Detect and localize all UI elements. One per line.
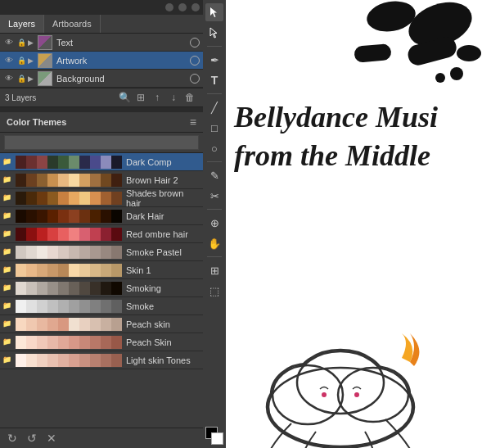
scissors-tool-btn[interactable]: ✂ <box>205 187 223 205</box>
theme-item[interactable]: 📁Skin 1 <box>0 261 203 279</box>
lock-icon-text[interactable]: 🔒 <box>17 37 25 48</box>
layer-row-text[interactable]: 👁 🔒 ▶ Text <box>0 34 203 52</box>
swatch <box>37 156 47 169</box>
move-down-icon[interactable]: ↓ <box>167 91 180 104</box>
swatch <box>58 192 69 205</box>
tool-divider-1 <box>207 46 222 47</box>
folder-icon: 📁 <box>2 175 12 185</box>
swatch <box>37 246 47 259</box>
layer-row-background[interactable]: 👁 🔒 ▶ Background <box>0 70 203 88</box>
theme-list: 📁Dark Comp📁Brown Hair 2📁Shades brown hai… <box>0 153 203 428</box>
theme-item[interactable]: 📁Smoking <box>0 279 203 297</box>
delete-layer-icon[interactable]: 🗑 <box>183 91 196 104</box>
swatch <box>111 210 122 223</box>
background-color[interactable] <box>211 432 223 445</box>
swatch <box>37 300 47 313</box>
tab-artboards[interactable]: Artboards <box>44 15 101 33</box>
swatch <box>90 156 101 169</box>
layer-name-bg: Background <box>56 74 190 84</box>
top-bar-dot-1 <box>165 3 173 11</box>
swatch <box>101 246 111 259</box>
arrow-icon-bg[interactable]: ▶ <box>28 75 36 83</box>
theme-item[interactable]: 📁Smoke <box>0 297 203 315</box>
swatch <box>79 192 90 205</box>
swatch <box>79 264 90 277</box>
theme-swatches <box>16 318 122 331</box>
eye-icon-text[interactable]: 👁 <box>3 37 15 48</box>
brush-tool-btn[interactable]: ✎ <box>205 166 223 184</box>
tool-divider-4 <box>207 209 222 210</box>
swatch <box>79 354 90 367</box>
ellipse-tool-btn[interactable]: ○ <box>205 139 223 157</box>
svg-point-19 <box>322 392 327 397</box>
pen-tool-btn[interactable]: ✒ <box>205 51 223 69</box>
theme-item[interactable]: 📁Dark Comp <box>0 153 203 171</box>
rect-tool-btn[interactable]: □ <box>205 119 223 137</box>
close-btn[interactable]: ✕ <box>44 431 59 446</box>
search-layers-icon[interactable]: 🔍 <box>118 91 131 104</box>
refresh-btn[interactable]: ↻ <box>5 431 20 446</box>
theme-item[interactable]: 📁Peach skin <box>0 315 203 333</box>
swatch <box>16 336 26 349</box>
search-input[interactable] <box>4 135 199 150</box>
transform-tool-btn[interactable]: ⊞ <box>205 261 223 279</box>
theme-name: Dark Hair <box>126 211 164 221</box>
folder-icon: 📁 <box>2 319 12 329</box>
theme-swatches <box>16 192 122 205</box>
hand-tool-btn[interactable]: ✋ <box>205 234 223 252</box>
theme-swatches <box>16 210 122 223</box>
close-color-themes-btn[interactable]: ≡ <box>190 115 196 129</box>
arrow-icon-text[interactable]: ▶ <box>28 38 36 47</box>
folder-icon: 📁 <box>2 157 12 167</box>
swatch <box>47 210 58 223</box>
swatch <box>58 264 69 277</box>
select-tool-btn[interactable] <box>205 3 223 21</box>
direct-select-tool-btn[interactable] <box>205 24 223 42</box>
swatch <box>47 300 58 313</box>
reflect-tool-btn[interactable]: ⬚ <box>205 282 223 300</box>
theme-item[interactable]: 📁Peach Skin <box>0 333 203 351</box>
eye-icon-artwork[interactable]: 👁 <box>3 55 15 66</box>
swatch <box>16 354 26 367</box>
left-panel: Layers Artboards 👁 🔒 ▶ Text 👁 🔒 ▶ Artwor… <box>0 0 203 448</box>
swatch <box>101 282 111 295</box>
theme-name: Brown Hair 2 <box>126 175 178 185</box>
swatch <box>90 192 101 205</box>
layers-footer: 3 Layers 🔍 ⊞ ↑ ↓ 🗑 <box>0 88 203 107</box>
swatch <box>47 228 58 241</box>
type-tool-btn[interactable]: T <box>205 71 223 89</box>
lock-icon-artwork[interactable]: 🔒 <box>17 55 25 66</box>
swatch <box>101 318 111 331</box>
swatch <box>69 192 79 205</box>
swatch <box>26 228 37 241</box>
swatch <box>47 318 58 331</box>
tab-layers[interactable]: Layers <box>0 15 44 33</box>
line-tool-btn[interactable]: ╱ <box>205 98 223 116</box>
move-up-icon[interactable]: ↑ <box>151 91 164 104</box>
swatch <box>26 354 37 367</box>
theme-item[interactable]: 📁Light skin Tones <box>0 351 203 369</box>
layer-row-artwork[interactable]: 👁 🔒 ▶ Artwork <box>0 52 203 70</box>
zoom-tool-btn[interactable]: ⊕ <box>205 214 223 232</box>
swatch <box>69 246 79 259</box>
new-layer-icon[interactable]: ⊞ <box>134 91 147 104</box>
theme-name: Red ombre hair <box>126 229 188 239</box>
lock-icon-bg[interactable]: 🔒 <box>17 73 25 84</box>
folder-icon: 📁 <box>2 301 12 311</box>
swatch <box>47 156 58 169</box>
swatch <box>79 282 90 295</box>
undo-btn[interactable]: ↺ <box>25 431 39 446</box>
theme-item[interactable]: 📁Dark Hair <box>0 207 203 225</box>
swatch <box>79 210 90 223</box>
swatch <box>79 228 90 241</box>
theme-item[interactable]: 📁Red ombre hair <box>0 225 203 243</box>
swatch <box>69 318 79 331</box>
theme-item[interactable]: 📁Shades brown hair <box>0 189 203 207</box>
eye-icon-bg[interactable]: 👁 <box>3 73 15 84</box>
theme-item[interactable]: 📁Brown Hair 2 <box>0 171 203 189</box>
theme-item[interactable]: 📁Smoke Pastel <box>0 243 203 261</box>
swatch <box>101 354 111 367</box>
swatch <box>26 282 37 295</box>
arrow-icon-artwork[interactable]: ▶ <box>28 57 36 65</box>
swatch <box>111 228 122 241</box>
